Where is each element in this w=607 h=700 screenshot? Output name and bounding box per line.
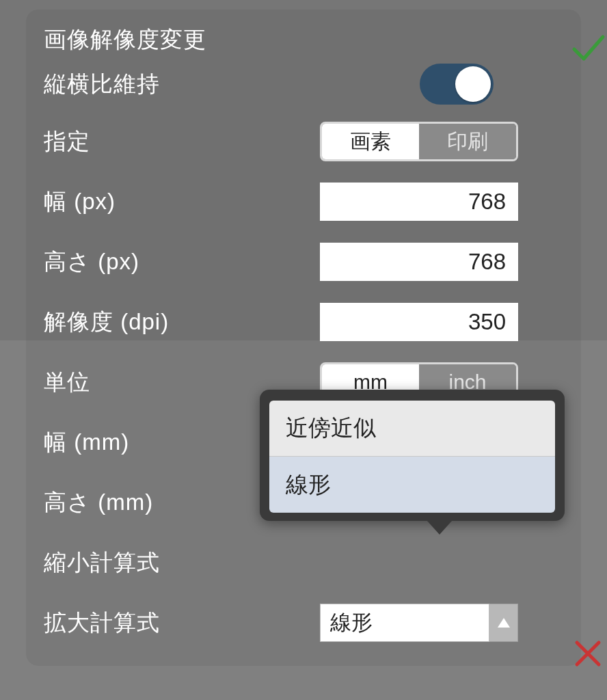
- width-px-input[interactable]: [320, 183, 518, 221]
- height-px-label: 高さ (px): [44, 247, 139, 278]
- expand-algorithm-value: 線形: [320, 604, 489, 642]
- mode-option-pixels[interactable]: 画素: [322, 124, 419, 159]
- dropdown-option-nearest[interactable]: 近傍近似: [269, 401, 555, 457]
- mode-option-print[interactable]: 印刷: [419, 124, 516, 159]
- unit-label: 単位: [44, 367, 90, 398]
- resolution-label: 解像度 (dpi): [44, 307, 169, 338]
- panel-title: 画像解像度変更: [44, 25, 206, 55]
- height-mm-label: 高さ (mm): [44, 487, 153, 518]
- aspect-ratio-label: 縦横比維持: [44, 69, 160, 100]
- confirm-check-icon[interactable]: [569, 29, 607, 67]
- popup-tail: [427, 521, 452, 535]
- mode-segmented: 画素 印刷: [320, 122, 518, 161]
- resolution-input[interactable]: [320, 303, 518, 341]
- algorithm-dropdown-popup: 近傍近似 線形: [260, 390, 565, 535]
- width-px-label: 幅 (px): [44, 187, 116, 217]
- resolution-settings-panel: 画像解像度変更 縦横比維持 指定 画素 印刷 幅 (px) 高さ (px): [26, 10, 581, 666]
- shrink-algorithm-label: 縮小計算式: [44, 548, 160, 578]
- mode-label: 指定: [44, 126, 90, 157]
- height-px-input[interactable]: [320, 243, 518, 281]
- expand-algorithm-select[interactable]: 線形: [320, 604, 518, 642]
- aspect-ratio-toggle[interactable]: [420, 64, 494, 105]
- dropdown-arrow-icon: [489, 604, 518, 642]
- svg-marker-0: [498, 618, 510, 628]
- width-mm-label: 幅 (mm): [44, 427, 129, 458]
- toggle-knob: [455, 66, 491, 102]
- expand-algorithm-label: 拡大計算式: [44, 608, 160, 638]
- close-x-icon[interactable]: [571, 637, 607, 675]
- dropdown-option-linear[interactable]: 線形: [269, 457, 555, 513]
